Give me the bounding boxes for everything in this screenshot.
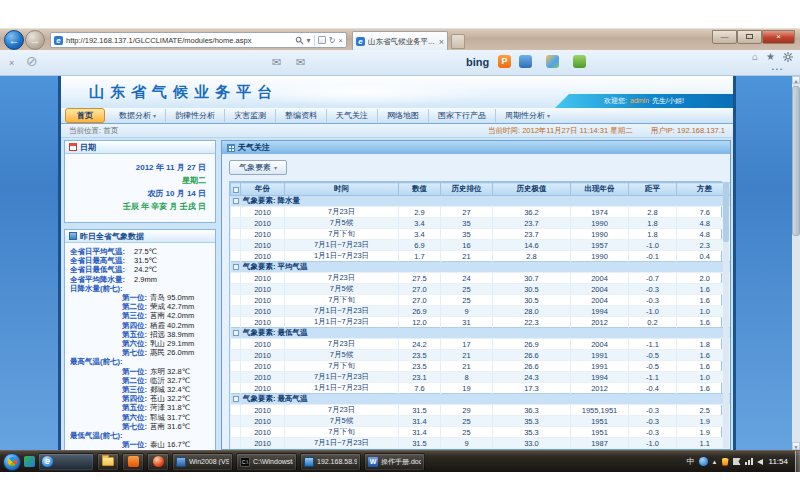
taskbar-ie-button[interactable]: e [38,453,94,471]
taskbar-window-button-2[interactable]: C:\C:\Windowsta... [236,453,297,471]
table-row[interactable]: 20101月1日~7月23日12.03122.320120.21.6 [231,317,732,328]
scroll-down-icon[interactable]: ▼ [792,442,800,450]
taskbar-browser2-button[interactable] [147,453,169,471]
panel-scroll-thumb[interactable] [723,182,729,242]
expand-all-cell[interactable] [231,183,241,196]
nav-item-5[interactable]: 整编资料 [276,109,327,122]
minimize-button[interactable]: — [712,30,737,44]
table-cell: 7月23日 [285,207,399,218]
new-tab-button[interactable] [451,34,465,49]
table-row[interactable]: 20107月下旬23.52126.61991-0.51.6 [231,361,732,372]
home-icon[interactable]: ⌂ [752,51,758,62]
toolbar-overflow-icon[interactable]: ••• [772,66,784,72]
close-button[interactable]: × [762,30,795,44]
table-row[interactable]: 20107月5候3.43523.719901.84.8 [231,218,732,229]
table-cell: 2010 [241,273,285,284]
nav-item-2[interactable]: 数据分析▾ [110,109,166,122]
search-icon[interactable] [295,36,304,45]
column-header[interactable]: 历史排位 [441,183,493,196]
nav-item-4[interactable]: 灾害监测 [225,109,276,122]
nav-item-9[interactable]: 周期性分析▾ [496,109,559,122]
action-center-shield-icon[interactable] [722,458,729,466]
plugin-icon-orange[interactable]: P [498,55,511,68]
tab-close-icon[interactable]: × [439,37,444,47]
table-row[interactable]: 20101月1日~7月23日1.7212.81990-0.10.4 [231,251,732,262]
mail-icon[interactable]: ✉ [272,56,281,69]
tray-expand-icon[interactable]: ▲ [712,459,718,465]
table-row[interactable]: 20101月1日~7月23日7.61917.32012-0.41.6 [231,383,732,394]
language-indicator[interactable]: 中 [687,456,695,467]
nav-item-7[interactable]: 网络地图 [378,109,429,122]
column-header[interactable]: 时间 [285,183,399,196]
table-row[interactable]: 20107月1日~7月23日6.91614.61957-1.02.3 [231,240,732,251]
table-row[interactable]: 20107月5候31.42535.31951-0.31.9 [231,416,732,427]
breadcrumb: 当前位置: 首页 [69,126,118,136]
nav-item-3[interactable]: 韵律性分析 [166,109,225,122]
taskbar-clock[interactable]: 11:54 [769,457,788,466]
plugin-icon-blue[interactable] [519,55,532,68]
browser-scrollbar[interactable]: ▲ ▼ [792,76,800,450]
table-row[interactable]: 20107月1日~7月23日31.5933.01987-1.01.1 [231,438,732,449]
plugin-icon-colorful[interactable] [546,55,559,68]
table-row[interactable]: 20107月23日24.21726.92004-1.11.8 [231,339,732,350]
group-row[interactable]: 气象要素: 降水量 [231,196,732,207]
search-dropdown-icon[interactable]: ▾ [307,36,311,45]
group-row[interactable]: 气象要素: 最低气温 [231,328,732,339]
table-cell: -1.0 [629,438,677,449]
toolbar-close-icon[interactable]: × [9,58,14,68]
group-row[interactable]: 气象要素: 最高气温 [231,394,732,405]
nav-item-8[interactable]: 国家下行产品 [429,109,496,122]
table-row[interactable]: 20107月23日31.52936.31955,1951-0.32.5 [231,405,732,416]
table-cell: 27.0 [399,284,441,295]
taskbar-media-button[interactable] [122,453,144,471]
tools-gear-icon[interactable] [783,52,793,62]
taskbar-explorer-button[interactable] [97,453,119,471]
back-button[interactable]: ← [4,30,24,50]
show-desktop-button[interactable] [795,451,800,473]
table-row[interactable]: 20107月1日~7月23日23.1824.31994-1.11.0 [231,372,732,383]
stop-icon[interactable]: × [338,36,343,45]
element-filter-button[interactable]: 气象要素▾ [229,160,287,175]
table-cell: 14.6 [493,240,571,251]
tray-app-icon[interactable] [24,456,35,467]
nav-item-1[interactable]: 首页 [65,108,105,123]
taskbar-window-button-3[interactable]: 192.168.58.99... [300,453,361,471]
group-row[interactable]: 气象要素: 平均气温 [231,262,732,273]
nav-item-6[interactable]: 天气关注 [327,109,378,122]
column-header[interactable]: 数值 [399,183,441,196]
table-cell: 1990 [571,229,629,240]
favorites-star-icon[interactable]: ★ [766,51,775,62]
mail2-icon[interactable]: ✉ [296,56,305,69]
column-header[interactable]: 年份 [241,183,285,196]
table-row[interactable]: 20107月23日2.92736.219742.87.6 [231,207,732,218]
scroll-thumb[interactable] [792,86,800,236]
table-row[interactable]: 20107月23日27.52430.72004-0.72.0 [231,273,732,284]
table-row[interactable]: 20107月下旬3.43523.719901.84.8 [231,229,732,240]
table-row[interactable]: 20107月5候27.02530.52004-0.31.6 [231,284,732,295]
browser-tab[interactable]: e 山东省气候业务平... × [352,31,448,51]
tray-blue-icon[interactable] [699,457,708,466]
bing-logo[interactable]: bing [466,56,489,68]
refresh-icon[interactable]: ↻ [329,36,336,45]
compatibility-view-icon[interactable] [318,36,326,44]
maximize-button[interactable] [737,30,762,44]
network-icon[interactable] [745,458,753,465]
plugin-icon-green[interactable] [573,55,586,68]
panel-scrollbar[interactable] [723,182,729,448]
scroll-up-icon[interactable]: ▲ [792,76,800,84]
forward-button[interactable]: → [25,30,45,50]
taskbar-window-button-4[interactable]: W操作手册.docx ... [364,453,425,471]
column-header[interactable]: 出现年份 [571,183,629,196]
table-row[interactable]: 20107月5候23.52126.61991-0.51.6 [231,350,732,361]
column-header[interactable]: 历史极值 [493,183,571,196]
column-header[interactable]: 距平 [629,183,677,196]
table-row[interactable]: 20107月下旬27.02530.52004-0.31.6 [231,295,732,306]
taskbar-window-button-1[interactable]: Win2008 (VS2... [172,453,233,471]
table-row[interactable]: 20107月1日~7月23日26.9928.01994-1.01.0 [231,306,732,317]
table-cell: 1.7 [399,251,441,262]
table-row[interactable]: 20107月下旬31.42535.31951-0.31.9 [231,427,732,438]
action-center-flag-icon[interactable] [733,458,741,465]
start-button[interactable] [3,453,21,471]
address-bar[interactable]: e http://192.168.137.1/GLCCLIMATE/module… [50,32,347,48]
speaker-icon[interactable] [757,459,763,465]
